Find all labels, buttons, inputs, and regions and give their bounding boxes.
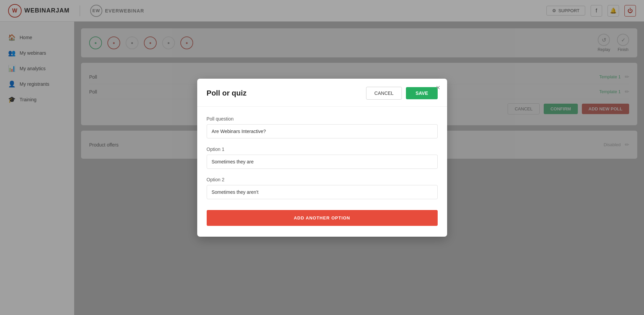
poll-question-group: Poll question <box>207 116 438 138</box>
modal-body: Poll question Option 1 Option 2 ADD ANOT… <box>197 107 447 237</box>
modal-save-button[interactable]: SAVE <box>406 87 437 99</box>
modal-close-button[interactable]: × <box>436 84 440 91</box>
option1-label: Option 1 <box>207 147 438 152</box>
poll-question-input[interactable] <box>207 124 438 138</box>
option1-group: Option 1 <box>207 147 438 169</box>
modal-cancel-button[interactable]: CANCEL <box>366 87 402 100</box>
poll-quiz-modal: × Poll or quiz CANCEL SAVE Poll question… <box>197 79 447 237</box>
modal-header: Poll or quiz CANCEL SAVE <box>197 79 447 107</box>
poll-question-label: Poll question <box>207 116 438 122</box>
add-another-option-button[interactable]: ADD ANOTHER OPTION <box>207 210 438 226</box>
option2-group: Option 2 <box>207 177 438 199</box>
option2-input[interactable] <box>207 185 438 199</box>
option2-label: Option 2 <box>207 177 438 182</box>
modal-title: Poll or quiz <box>207 89 247 98</box>
modal-overlay[interactable]: × Poll or quiz CANCEL SAVE Poll question… <box>0 0 644 315</box>
modal-header-actions: CANCEL SAVE <box>366 87 438 100</box>
option1-input[interactable] <box>207 155 438 169</box>
